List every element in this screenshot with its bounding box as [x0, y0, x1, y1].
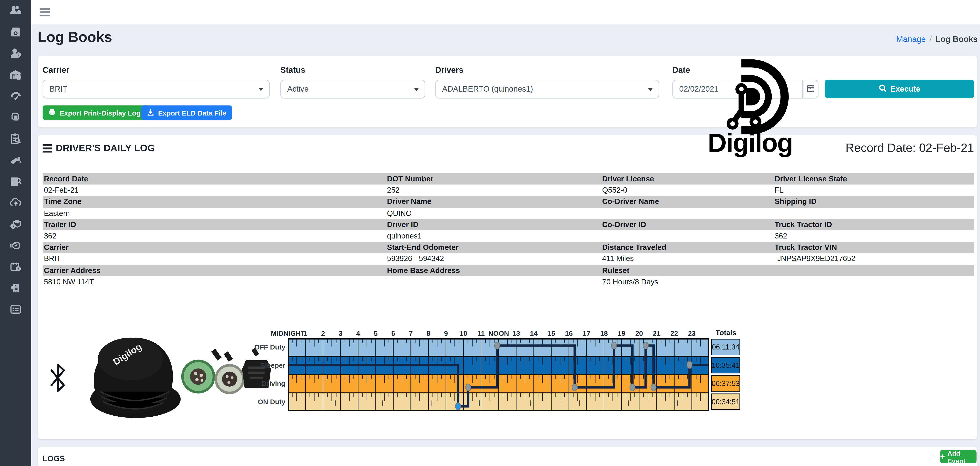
breadcrumb-manage-link[interactable]: Manage — [896, 35, 926, 44]
table-row: 5810 NW 114T70 Hours/8 Days — [43, 276, 974, 287]
filters-card: Carrier BRIT Status Active Drivers ADALB… — [38, 56, 977, 128]
drivers-value: ADALBERTO (quinones1) — [442, 85, 533, 94]
shipment-hours-icon — [9, 218, 22, 233]
dashboard-gauge-icon — [9, 90, 22, 105]
time-clock-icon — [9, 26, 22, 41]
hour-label: 13 — [512, 329, 520, 337]
page-title: Log Books — [38, 29, 112, 46]
hour-label: 10 — [460, 329, 467, 337]
table-row: Trailer IDDriver IDCo-Driver IDTruck Tra… — [43, 219, 974, 230]
table-row: BRIT593926 - 594342411 Miles-JNPSAP9X9ED… — [43, 253, 974, 265]
hour-label: NOON — [488, 329, 509, 337]
sidebar-item-fuel-purchase[interactable] — [8, 154, 24, 168]
table-cell: 593926 - 594342 — [386, 253, 601, 265]
download-icon — [147, 108, 154, 117]
hour-label: 2 — [321, 329, 325, 337]
table-cell: Driver Name — [386, 196, 601, 207]
breadcrumb: Manage/Log Books — [896, 35, 978, 44]
sidebar-item-dashboard-gauge[interactable] — [8, 90, 24, 104]
table-cell: 362 — [773, 230, 974, 242]
hour-label: 18 — [600, 329, 608, 337]
hour-label: 3 — [339, 329, 343, 337]
hour-label: 8 — [426, 329, 430, 337]
sidebar-item-team-settings[interactable] — [8, 5, 24, 19]
hamburger-icon — [40, 8, 50, 17]
daily-log-card: DRIVER'S DAILY LOG Record Date: 02-Feb-2… — [38, 135, 977, 439]
export-eld-data-file-button[interactable]: Export ELD Data File — [141, 105, 232, 120]
duty-status-chart: MIDNIGHT1234567891011NOON131415161718192… — [288, 329, 742, 414]
chart-time-axis: MIDNIGHT1234567891011NOON131415161718192… — [288, 329, 710, 338]
totals-header: Totals — [711, 329, 741, 336]
table-row: Time ZoneDriver NameCo-Driver NameShippi… — [43, 196, 974, 207]
export-print-display-logs-button[interactable]: Export Print-Display Logs — [43, 105, 150, 120]
table-cell: Home Base Address — [386, 265, 601, 276]
drivers-select[interactable]: ADALBERTO (quinones1) — [435, 80, 659, 99]
hour-label: 4 — [356, 329, 360, 337]
table-cell: QUINO — [386, 207, 601, 219]
sidebar-item-billing-invoice[interactable]: $ — [8, 282, 24, 296]
status-value: Active — [287, 85, 309, 94]
sidebar-item-time-clock[interactable] — [8, 26, 24, 40]
section-menu-icon[interactable] — [43, 144, 52, 154]
table-cell: 5810 NW 114T — [43, 276, 386, 287]
carrier-label: Carrier — [43, 65, 69, 75]
table-row: 02-Feb-21252Q552-0FL — [43, 185, 974, 196]
table-cell: Carrier Address — [43, 265, 386, 276]
app-screen: ? $ Log Books Manage/Log Books Carrier B… — [0, 0, 980, 466]
table-row: Carrier AddressHome Base AddressRuleset — [43, 265, 974, 276]
breadcrumb-current: Log Books — [935, 35, 978, 44]
date-picker-button[interactable] — [803, 80, 818, 99]
sidebar-item-fleet-warehouse[interactable] — [8, 69, 24, 83]
carrier-select[interactable]: BRIT — [43, 80, 270, 99]
breadcrumb-separator: / — [929, 35, 932, 44]
team-settings-icon — [9, 4, 22, 19]
billing-invoice-icon: $ — [9, 282, 22, 297]
sidebar-item-schedule-clock[interactable] — [8, 261, 24, 275]
plus-icon: + — [940, 453, 945, 460]
export-eld-label: Export ELD Data File — [158, 109, 226, 116]
duty-row-label: OFF Duty — [242, 343, 285, 351]
chevron-down-icon — [258, 88, 263, 91]
sidebar-nav: ? $ — [0, 0, 31, 466]
duty-row-label: Driving — [242, 380, 285, 387]
hour-label: 6 — [391, 329, 395, 337]
add-event-button[interactable]: + Add Event — [940, 450, 977, 463]
hour-label: 9 — [444, 329, 448, 337]
status-select[interactable]: Active — [280, 80, 425, 99]
drivers-label: Drivers — [435, 65, 463, 75]
sidebar-item-logbook-list[interactable] — [8, 304, 24, 318]
sidebar-item-cloud-sync[interactable] — [8, 197, 24, 211]
fleet-warehouse-icon — [9, 69, 22, 83]
menu-toggle-button[interactable] — [40, 8, 50, 17]
sidebar-item-shipment-hours[interactable] — [8, 219, 24, 232]
hour-label: 22 — [670, 329, 678, 337]
carrier-value: BRIT — [49, 85, 67, 94]
engine-diagnostics-icon — [9, 239, 22, 254]
table-cell: Start-End Odometer — [386, 242, 601, 253]
table-cell: Carrier — [43, 242, 386, 253]
hour-label: 5 — [374, 329, 378, 337]
hour-label: 11 — [477, 329, 485, 337]
hour-label: MIDNIGHT — [271, 329, 305, 337]
sidebar-item-log-audit[interactable] — [8, 176, 24, 190]
table-cell: FL — [773, 185, 974, 196]
duty-row-label: ON Duty — [242, 398, 285, 405]
svg-text:?: ? — [18, 53, 20, 57]
inspection-report-icon — [9, 132, 22, 147]
hour-label: 23 — [688, 329, 695, 337]
cloud-sync-icon — [9, 196, 22, 212]
table-cell: Truck Tractor ID — [773, 219, 974, 230]
sidebar-item-inspection-report[interactable] — [8, 133, 24, 147]
table-cell — [773, 265, 974, 276]
sidebar-item-engine-diagnostics[interactable] — [8, 240, 24, 254]
table-cell: 70 Hours/8 Days — [601, 276, 773, 287]
hour-label: 21 — [653, 329, 660, 337]
log-audit-icon — [9, 175, 22, 190]
execute-button[interactable]: Execute — [825, 80, 974, 98]
date-input[interactable]: 02/02/2021 — [672, 80, 803, 99]
sidebar-item-eld-device[interactable] — [8, 112, 24, 126]
status-label: Status — [280, 65, 305, 75]
sidebar-item-driver-support[interactable]: ? — [8, 48, 24, 61]
chevron-down-icon — [648, 88, 653, 91]
hour-label: 7 — [409, 329, 413, 337]
